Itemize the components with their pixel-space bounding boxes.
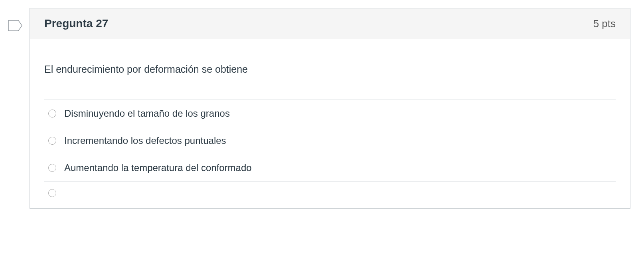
answer-option[interactable]: Incrementando los defectos puntuales (44, 127, 616, 154)
answer-option[interactable]: Disminuyendo el tamaño de los granos (44, 100, 616, 127)
radio-icon[interactable] (48, 164, 56, 172)
answers-list: Disminuyendo el tamaño de los granos Inc… (44, 100, 616, 204)
question-wrapper: Pregunta 27 5 pts El endurecimiento por … (8, 8, 630, 209)
question-title: Pregunta 27 (44, 17, 108, 30)
radio-icon[interactable] (48, 110, 56, 118)
answer-label: Aumentando la temperatura del conformado (64, 161, 252, 174)
answer-label: Incrementando los defectos puntuales (64, 134, 226, 147)
answer-label: Disminuyendo el tamaño de los granos (64, 107, 230, 120)
radio-icon[interactable] (48, 189, 56, 197)
question-text: El endurecimiento por deformación se obt… (44, 62, 616, 76)
question-card: Pregunta 27 5 pts El endurecimiento por … (30, 8, 630, 209)
answer-option[interactable]: Aumentando la temperatura del conformado (44, 154, 616, 181)
answer-option[interactable] (44, 181, 616, 204)
radio-icon[interactable] (48, 137, 56, 145)
flag-icon[interactable] (8, 20, 22, 31)
question-points: 5 pts (593, 18, 616, 30)
question-header: Pregunta 27 5 pts (30, 8, 630, 39)
question-body: El endurecimiento por deformación se obt… (30, 39, 630, 208)
